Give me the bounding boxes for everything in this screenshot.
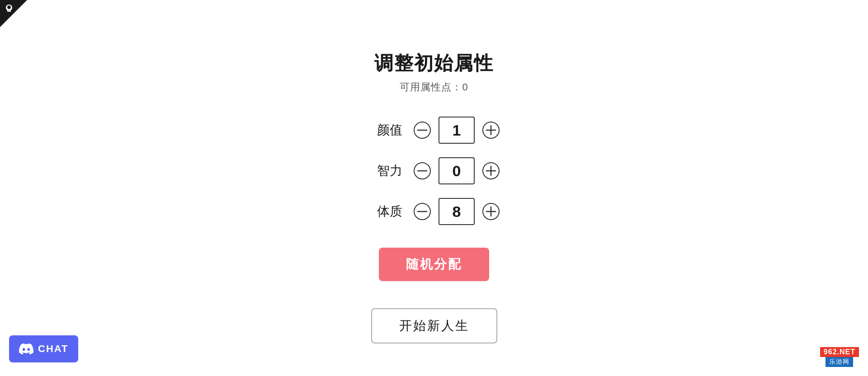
chat-label: CHAT (38, 343, 68, 355)
attributes-container: 颜值 1 智力 (366, 117, 502, 225)
random-assign-button[interactable]: 随机分配 (379, 248, 489, 281)
attribute-row-constitution: 体质 8 (366, 198, 502, 225)
main-content: 调整初始属性 可用属性点：0 颜值 1 (0, 0, 868, 376)
decrease-constitution-button[interactable] (411, 201, 433, 222)
intelligence-value: 0 (439, 157, 475, 184)
attribute-controls-constitution: 8 (411, 198, 502, 225)
increase-constitution-button[interactable] (480, 201, 502, 222)
page-title: 调整初始属性 (374, 51, 494, 76)
start-new-life-button[interactable]: 开始新人生 (371, 308, 497, 343)
available-points-value: 0 (462, 81, 468, 93)
attribute-label-intelligence: 智力 (366, 162, 402, 179)
watermark: 962.NET 乐游网 (820, 347, 859, 367)
logo-icon (4, 4, 14, 14)
decrease-looks-button[interactable] (411, 119, 433, 141)
chat-button[interactable]: CHAT (9, 335, 78, 362)
attribute-row-looks: 颜值 1 (366, 117, 502, 144)
increase-looks-button[interactable] (480, 119, 502, 141)
decrease-intelligence-button[interactable] (411, 160, 433, 182)
attribute-label-constitution: 体质 (366, 203, 402, 220)
attribute-controls-intelligence: 0 (411, 157, 502, 184)
attribute-controls-looks: 1 (411, 117, 502, 144)
attribute-row-intelligence: 智力 0 (366, 157, 502, 184)
available-points-label: 可用属性点： (400, 81, 462, 93)
constitution-value: 8 (439, 198, 475, 225)
watermark-top: 962.NET (820, 347, 859, 357)
looks-value: 1 (439, 117, 475, 144)
available-points-display: 可用属性点：0 (400, 80, 468, 94)
discord-icon (19, 342, 33, 356)
increase-intelligence-button[interactable] (480, 160, 502, 182)
attribute-label-looks: 颜值 (366, 122, 402, 139)
watermark-bottom: 乐游网 (826, 357, 853, 367)
